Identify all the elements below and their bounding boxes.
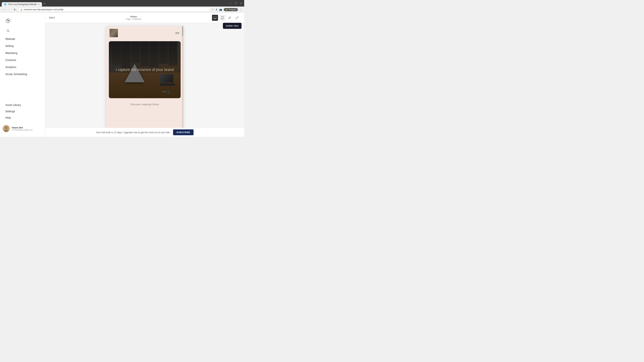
avatar [3,125,10,132]
mobile-view-tooltip: Mobile View [223,23,242,29]
subscribe-button[interactable]: SUBSCRIBE [173,129,194,135]
trial-bar: Your trial ends in 12 days. Upgrade now … [45,128,244,137]
sidebar-item-selling[interactable]: Selling [3,42,42,50]
site-logo [110,29,118,37]
tab-close-icon[interactable]: ✕ [38,3,40,5]
svg-point-3 [5,126,8,129]
more-options-icon[interactable]: ⋮ [240,8,242,11]
mobile-preview: I capture the essence of your brand Disc… [106,26,183,128]
expand-button[interactable] [234,15,240,21]
sidebar-logo [0,16,45,28]
hamburger-line-1 [175,32,179,33]
scrollbar-thumb [182,26,183,36]
trial-message: Your trial ends in 12 days. Upgrade now … [96,131,170,134]
top-bar: EDIT Home Page · Published [45,13,244,23]
edit-pen-button[interactable] [227,15,233,21]
close-button[interactable]: ✕ [240,2,242,5]
sidebar-item-marketing[interactable]: Marketing [3,50,42,57]
cast-icon[interactable]: 📺 [219,8,222,11]
preview-area: I capture the essence of your brand Disc… [45,23,244,128]
incognito-label: Incognito [228,8,236,10]
hamburger-line-2 [175,33,179,34]
reload-button[interactable]: ↻ [13,8,17,11]
object-flat [160,83,175,86]
url-bar[interactable]: 🔒 mackerel-seal-nldy.squarespace.com/con… [18,7,210,11]
address-bar-row: ← → ↻ 🔒 mackerel-seal-nldy.squarespace.c… [0,6,244,13]
new-tab-button[interactable]: + [42,1,47,6]
user-name: Shane Deli [12,126,33,129]
preview-subtitle: Discover Inspiring Shots [106,99,183,109]
star-icon[interactable]: ☆ [212,8,214,11]
view-controls: Mobile View [212,15,240,21]
sidebar-item-settings[interactable]: Settings [3,108,42,115]
sidebar-navigation: Website Selling Marketing Contacts Analy… [0,35,45,94]
lock-icon: 🔒 [20,8,23,11]
user-email: 1574ba45@moodjoy.com [12,129,33,131]
desktop-view-button[interactable] [212,15,218,21]
sidebar-item-asset-library[interactable]: Asset Library [3,102,42,108]
plus-icon: + [44,2,46,5]
sidebar-item-acuity[interactable]: Acuity Scheduling [3,71,42,78]
back-button[interactable]: ← [2,8,6,11]
sidebar: Website Selling Marketing Contacts Analy… [0,13,45,137]
page-title: Home [126,15,141,18]
sidebar-item-analytics[interactable]: Analytics [3,64,42,71]
browser-action-buttons: ☆ ⬇ 📺 🕵 Incognito ⋮ [212,8,242,11]
hero-objects [160,74,175,86]
svg-point-10 [222,18,222,19]
app-container: Website Selling Marketing Contacts Analy… [0,13,244,137]
page-status: Page · Published [126,18,141,20]
sidebar-item-help[interactable]: Help [3,115,42,121]
hero-section: I capture the essence of your brand [109,41,180,98]
sidebar-item-website[interactable]: Website [3,35,42,42]
incognito-icon: 🕵 [226,8,228,11]
small-objects [162,91,170,94]
search-button[interactable] [5,28,11,34]
svg-rect-5 [214,16,216,18]
maximize-button[interactable]: ❐ [234,2,237,5]
browser-tab-bar: 🌐 This is my Photography Website ✕ + — ❐… [0,0,244,6]
browser-active-tab[interactable]: 🌐 This is my Photography Website ✕ [2,2,42,6]
squarespace-logo-icon [5,18,11,24]
edit-label: EDIT [49,16,55,19]
sidebar-bottom-navigation: Asset Library Settings Help [0,99,45,122]
minimize-button[interactable]: — [229,2,232,5]
svg-line-1 [8,31,10,32]
hamburger-menu[interactable] [174,32,180,34]
forward-button[interactable]: → [8,8,12,11]
preview-header [106,26,183,40]
user-info: Shane Deli 1574ba45@moodjoy.com [12,126,33,131]
main-content: EDIT Home Page · Published [45,13,244,137]
incognito-badge: 🕵 Incognito [224,8,238,11]
tab-favicon: 🌐 [4,3,6,5]
user-profile[interactable]: Shane Deli 1574ba45@moodjoy.com [0,122,45,133]
tab-area: 🌐 This is my Photography Website ✕ + [2,1,47,6]
preview-scrollbar[interactable] [182,26,183,128]
url-text: mackerel-seal-nldy.squarespace.com/confi… [24,8,64,11]
page-info: Home Page · Published [126,15,141,20]
tab-title: This is my Photography Website [8,3,37,5]
object-box [160,74,173,82]
mobile-view-button[interactable] [219,15,226,21]
download-icon[interactable]: ⬇ [216,8,218,11]
hero-text: I capture the essence of your brand [112,67,177,72]
sidebar-item-contacts[interactable]: Contacts [3,57,42,64]
search-area [0,28,45,35]
window-controls: — ❐ ✕ [229,2,242,6]
pyramid-object [124,64,145,82]
